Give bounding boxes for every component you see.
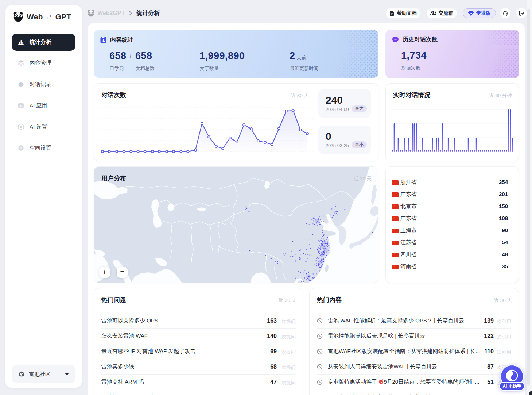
svg-text:AI: AI <box>19 104 22 108</box>
